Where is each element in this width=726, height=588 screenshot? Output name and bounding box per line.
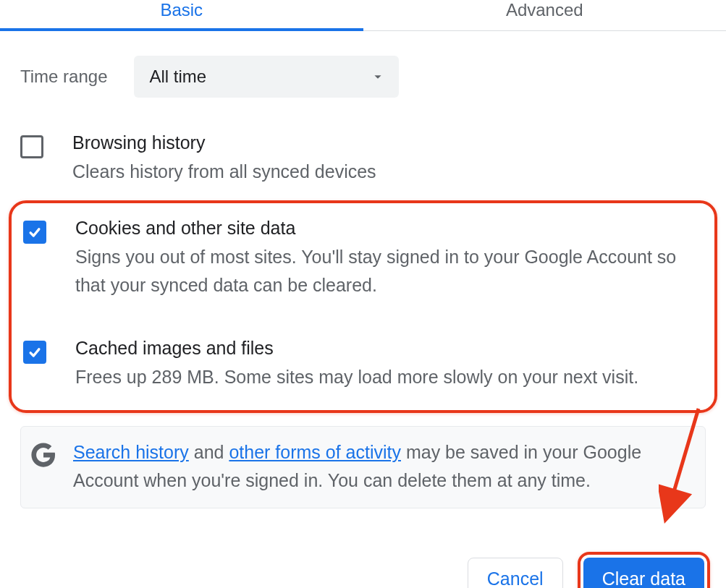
time-range-label: Time range xyxy=(20,67,108,87)
annotation-highlight-group: Cookies and other site data Signs you ou… xyxy=(9,200,717,413)
time-range-row: Time range All time xyxy=(0,31,726,105)
dialog-footer: Cancel Clear data xyxy=(0,508,726,589)
tabs: Basic Advanced xyxy=(0,0,726,31)
option-desc: Signs you out of most sites. You'll stay… xyxy=(75,243,703,299)
chevron-down-icon xyxy=(370,69,386,85)
checkbox-cache[interactable] xyxy=(23,341,46,364)
annotation-clear-highlight: Clear data xyxy=(578,552,710,589)
info-text: Search history and other forms of activi… xyxy=(73,438,691,495)
option-cookies: Cookies and other site data Signs you ou… xyxy=(12,209,714,310)
cancel-button[interactable]: Cancel xyxy=(468,558,563,589)
checkbox-browsing-history[interactable] xyxy=(20,135,43,158)
tab-basic[interactable]: Basic xyxy=(0,0,363,30)
option-title: Cookies and other site data xyxy=(75,218,703,239)
options-list: Browsing history Clears history from all… xyxy=(0,105,726,508)
time-range-value: All time xyxy=(150,67,207,87)
option-desc: Clears history from all synced devices xyxy=(72,158,706,186)
clear-data-button[interactable]: Clear data xyxy=(583,558,704,589)
option-desc: Frees up 289 MB. Some sites may load mor… xyxy=(75,363,703,391)
option-title: Browsing history xyxy=(72,132,706,153)
google-account-info: Search history and other forms of activi… xyxy=(20,426,706,508)
option-browsing-history: Browsing history Clears history from all… xyxy=(0,124,726,196)
checkbox-cookies[interactable] xyxy=(23,221,46,244)
link-search-history[interactable]: Search history xyxy=(73,442,189,462)
option-cache: Cached images and files Frees up 289 MB.… xyxy=(12,329,714,401)
time-range-select[interactable]: All time xyxy=(134,56,399,98)
google-logo-icon xyxy=(30,441,57,472)
option-title: Cached images and files xyxy=(75,338,703,359)
link-other-activity[interactable]: other forms of activity xyxy=(229,442,401,462)
tab-advanced[interactable]: Advanced xyxy=(363,0,727,30)
